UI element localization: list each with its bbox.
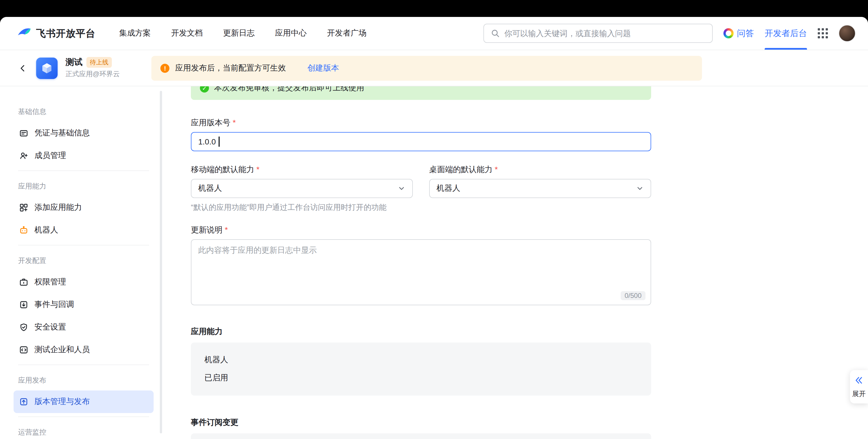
sidebar-item-members[interactable]: 成员管理	[13, 144, 154, 167]
version-input[interactable]	[191, 132, 651, 151]
add-capability-icon	[19, 203, 28, 212]
sidebar-section-capability: 应用能力	[13, 174, 154, 196]
sidebar-item-label: 凭证与基础信息	[34, 128, 90, 138]
char-counter: 0/500	[621, 291, 646, 300]
version-label: 应用版本号	[191, 118, 651, 128]
screen: 飞书开放平台 集成方案 开发文档 更新日志 应用中心 开发者广场	[0, 0, 868, 439]
mobile-capability-label: 移动端的默认能力	[191, 165, 413, 174]
sidebar-section-monitoring: 运营监控	[13, 420, 154, 439]
capability-summary-box: 机器人 已启用	[191, 342, 651, 396]
publish-alert: 应用发布后，当前配置方可生效 创建版本	[151, 56, 702, 80]
mobile-capability-value: 机器人	[198, 183, 222, 194]
sidebar-item-label: 事件与回调	[34, 300, 74, 310]
sidebar-section-dev-config: 开发配置	[13, 249, 154, 271]
chevron-down-icon	[636, 184, 644, 193]
version-field: 应用版本号	[191, 118, 651, 151]
sidebar-item-label: 成员管理	[34, 151, 66, 161]
expand-label: 展开	[852, 390, 866, 399]
success-banner-text: 本次发布免审核，提交发布后即可上线使用	[214, 86, 364, 93]
apps-grid-icon[interactable]	[818, 28, 828, 38]
qa-label: 问答	[737, 28, 754, 39]
app-header: 测试 待上线 正式应用@环界云 应用发布后，当前配置方可生效 创建版本	[0, 50, 868, 86]
event-summary-box	[191, 433, 651, 439]
default-capability-row: 移动端的默认能力 机器人 桌面端的默认能力 机器人	[191, 165, 651, 198]
nav-developer-plaza[interactable]: 开发者广场	[327, 28, 367, 38]
sidebar-divider	[18, 365, 149, 365]
text-caret	[219, 137, 219, 147]
sidebar-item-label: 安全设置	[34, 322, 66, 332]
sidebar-item-label: 添加应用能力	[34, 203, 82, 213]
logo-text: 飞书开放平台	[36, 27, 95, 40]
feishu-logo[interactable]: 飞书开放平台	[17, 26, 95, 41]
success-banner: 本次发布免审核，提交发布后即可上线使用	[191, 86, 651, 100]
mobile-capability-select[interactable]: 机器人	[191, 179, 413, 198]
publish-icon	[19, 397, 28, 406]
double-chevron-left-icon	[855, 376, 864, 385]
sidebar-divider	[18, 170, 149, 171]
back-button[interactable]	[17, 60, 28, 76]
release-notes-field: 更新说明 0/500	[191, 225, 651, 305]
permission-icon	[19, 278, 28, 286]
expand-panel-button[interactable]: 展开	[850, 370, 868, 403]
search-input[interactable]	[504, 29, 705, 38]
sidebar-item-add-capability[interactable]: 添加应用能力	[13, 196, 154, 219]
test-org-icon	[19, 345, 28, 354]
desktop-capability-select[interactable]: 机器人	[429, 179, 651, 198]
nav-docs[interactable]: 开发文档	[171, 28, 203, 38]
check-icon	[200, 86, 209, 93]
sidebar-item-label: 版本管理与发布	[34, 397, 90, 407]
release-notes-label: 更新说明	[191, 225, 651, 235]
avatar[interactable]	[839, 25, 856, 42]
app-meta: 测试 待上线 正式应用@环界云	[65, 57, 120, 79]
sidebar-item-credentials[interactable]: 凭证与基础信息	[13, 122, 154, 144]
sidebar-divider	[18, 245, 149, 245]
sidebar-item-label: 测试企业和人员	[34, 345, 90, 355]
search-icon	[491, 29, 500, 38]
sidebar-scrollbar[interactable]	[160, 91, 162, 433]
nav-integration[interactable]: 集成方案	[119, 28, 151, 38]
sidebar-item-label: 权限管理	[34, 277, 66, 287]
desktop-capability-value: 机器人	[437, 183, 460, 194]
chevron-down-icon	[398, 184, 405, 193]
sidebar-item-test-org[interactable]: 测试企业和人员	[13, 339, 154, 361]
default-capability-hint: “默认的应用功能”即用户通过工作台访问应用时打开的功能	[191, 203, 651, 213]
release-notes-textarea[interactable]	[191, 239, 651, 305]
sidebar-item-version-release[interactable]: 版本管理与发布	[13, 391, 154, 413]
sidebar-divider	[18, 416, 149, 417]
sidebar-section-release: 应用发布	[13, 368, 154, 391]
chevron-left-icon	[19, 64, 27, 72]
sidebar-item-label: 机器人	[34, 225, 58, 235]
event-callback-icon	[19, 300, 28, 309]
create-version-link[interactable]: 创建版本	[307, 63, 339, 73]
nav-app-center[interactable]: 应用中心	[275, 28, 307, 38]
sidebar-item-security[interactable]: 安全设置	[13, 316, 154, 339]
cube-icon	[41, 61, 53, 75]
header-left: 飞书开放平台 集成方案 开发文档 更新日志 应用中心 开发者广场	[17, 26, 367, 41]
capability-status: 已启用	[205, 373, 638, 383]
sidebar-item-bot[interactable]: 机器人	[13, 219, 154, 241]
primary-nav: 集成方案 开发文档 更新日志 应用中心 开发者广场	[119, 28, 367, 38]
qa-link[interactable]: 问答	[723, 28, 754, 39]
status-badge: 待上线	[86, 57, 112, 68]
header-right: 问答 开发者后台	[484, 17, 856, 49]
search-box[interactable]	[484, 24, 713, 43]
capability-section-title: 应用能力	[191, 327, 651, 337]
capability-name: 机器人	[205, 355, 638, 365]
robot-icon	[19, 226, 28, 235]
sidebar-item-permissions[interactable]: 权限管理	[13, 271, 154, 294]
mobile-capability-field: 移动端的默认能力 机器人	[191, 165, 413, 198]
credential-icon	[19, 129, 28, 138]
nav-developer-console[interactable]: 开发者后台	[765, 17, 807, 49]
app-icon	[36, 57, 58, 79]
sidebar-item-events[interactable]: 事件与回调	[13, 294, 154, 316]
desktop-capability-label: 桌面端的默认能力	[429, 165, 651, 174]
nav-changelog[interactable]: 更新日志	[223, 28, 255, 38]
desktop-capability-field: 桌面端的默认能力 机器人	[429, 165, 651, 198]
feishu-logo-icon	[17, 26, 32, 41]
warning-icon	[160, 64, 169, 72]
app-subtitle: 正式应用@环界云	[65, 69, 120, 79]
app-name: 测试	[65, 57, 83, 68]
event-section-title: 事件订阅变更	[191, 417, 651, 428]
alert-text: 应用发布后，当前配置方可生效	[175, 63, 286, 73]
qa-icon	[723, 28, 734, 38]
